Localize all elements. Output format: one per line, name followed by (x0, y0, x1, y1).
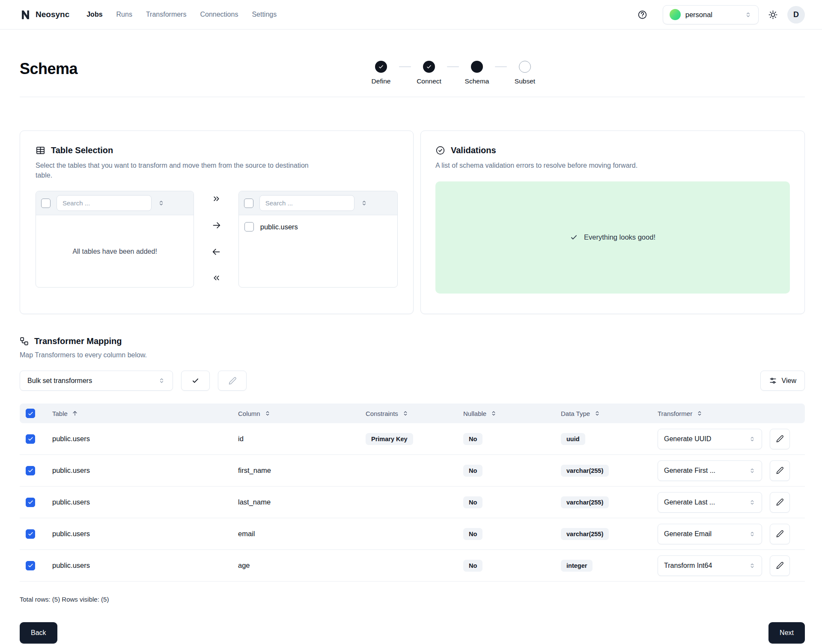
source-sort-icon[interactable] (158, 199, 165, 207)
source-select-all-checkbox[interactable] (41, 199, 51, 208)
stepper-step-subset[interactable]: Subset (507, 61, 543, 85)
destination-items: public.users (239, 215, 397, 238)
datatype-badge: varchar(255) (561, 465, 609, 477)
col-header-column: Column (238, 410, 260, 417)
cell-column: id (238, 435, 366, 443)
stepper-step-schema[interactable]: Schema (459, 61, 495, 85)
nav-item-connections[interactable]: Connections (200, 11, 238, 18)
transformer-select[interactable]: Transform Int64 (658, 555, 762, 576)
select-all-rows-checkbox[interactable] (26, 409, 35, 418)
row-checkbox[interactable] (26, 434, 35, 444)
sort-icon[interactable] (490, 410, 497, 417)
step-done-check-icon (375, 61, 387, 73)
constraint-badge: Primary Key (366, 433, 413, 445)
nullable-badge: No (463, 560, 482, 572)
cell-table: public.users (52, 561, 238, 570)
nav-item-runs[interactable]: Runs (116, 11, 132, 18)
user-avatar[interactable]: D (787, 6, 805, 24)
nullable-badge: No (463, 433, 482, 445)
transformer-select-label: Generate Last ... (664, 499, 715, 506)
bulk-set-transformers-select[interactable]: Bulk set transformers (20, 371, 173, 391)
nullable-badge: No (463, 496, 482, 508)
destination-search-input[interactable] (259, 195, 354, 211)
pencil-icon (776, 561, 784, 570)
success-message: Everything looks good! (584, 233, 655, 241)
move-left-icon[interactable] (210, 246, 223, 258)
step-done-check-icon (423, 61, 435, 73)
transformer-mapping-title: Transformer Mapping (34, 336, 122, 346)
view-button-label: View (782, 377, 796, 385)
destination-list-item[interactable]: public.users (239, 218, 397, 236)
next-button[interactable]: Next (768, 622, 805, 644)
cell-column: age (238, 561, 366, 570)
sort-icon[interactable] (594, 410, 601, 417)
account-selector[interactable]: personal (663, 5, 759, 24)
sort-asc-icon[interactable] (71, 410, 78, 417)
edit-transformer-button[interactable] (770, 524, 790, 544)
cell-table: public.users (52, 466, 238, 475)
main-content: Schema DefineConnectSchemaSubset Table S… (0, 60, 822, 644)
transformer-select[interactable]: Generate Last ... (658, 492, 762, 513)
stepper-connector (447, 66, 459, 67)
pencil-icon (776, 435, 784, 443)
sort-icon[interactable] (264, 410, 271, 417)
edit-transformer-button[interactable] (770, 460, 790, 481)
destination-sort-icon[interactable] (360, 199, 368, 207)
sort-icon[interactable] (696, 410, 703, 417)
apply-bulk-button[interactable] (181, 371, 210, 391)
move-all-left-icon[interactable] (210, 272, 223, 284)
nav-item-settings[interactable]: Settings (252, 11, 277, 18)
step-current-circle (471, 61, 483, 73)
theme-toggle-sun-icon[interactable] (768, 10, 778, 20)
validation-success-panel: Everything looks good! (435, 181, 790, 294)
table-selection-title: Table Selection (51, 145, 113, 155)
transformer-select-label: Transform Int64 (664, 562, 712, 570)
table-row: public.users age No integer Transform In… (20, 550, 805, 582)
stepper-connector (399, 66, 411, 67)
row-checkbox[interactable] (26, 466, 35, 475)
chevron-up-down-icon (745, 11, 752, 18)
table-header-row: Table Column Constraints Nullable Data T… (20, 404, 805, 423)
edit-transformer-button[interactable] (770, 555, 790, 576)
edit-transformer-button[interactable] (770, 429, 790, 449)
row-checkbox[interactable] (26, 529, 35, 539)
chevron-up-down-icon (749, 499, 756, 506)
cell-column: last_name (238, 498, 366, 506)
transformer-select[interactable]: Generate Email (658, 524, 762, 544)
stepper-step-connect[interactable]: Connect (411, 61, 447, 85)
move-arrows (194, 193, 238, 284)
transformer-select[interactable]: Generate First ... (658, 460, 762, 481)
stepper-step-define[interactable]: Define (363, 61, 399, 85)
sort-icon[interactable] (402, 410, 409, 417)
help-icon[interactable] (637, 10, 647, 20)
move-all-right-icon[interactable] (210, 193, 223, 205)
nav-item-jobs[interactable]: Jobs (86, 11, 102, 18)
transformer-select-label: Generate UUID (664, 435, 711, 443)
source-search-input[interactable] (57, 195, 152, 211)
datatype-badge: varchar(255) (561, 528, 609, 540)
cell-table: public.users (52, 435, 238, 443)
edit-bulk-button[interactable] (218, 371, 247, 391)
back-button[interactable]: Back (20, 622, 57, 644)
destination-select-all-checkbox[interactable] (244, 199, 253, 208)
validations-card: Validations A list of schema validation … (420, 131, 805, 314)
stepper: DefineConnectSchemaSubset (363, 61, 543, 85)
col-header-datatype: Data Type (561, 410, 590, 417)
transformer-select[interactable]: Generate UUID (658, 429, 762, 449)
view-button[interactable]: View (760, 371, 805, 391)
move-right-icon[interactable] (210, 219, 223, 231)
source-table-list: All tables have been added! (36, 191, 194, 288)
item-label: public.users (260, 223, 298, 231)
pencil-icon (776, 466, 784, 475)
row-checkbox[interactable] (26, 561, 35, 570)
neosync-logo-icon (20, 9, 31, 21)
brand[interactable]: Neosync (20, 9, 69, 21)
item-checkbox[interactable] (244, 222, 254, 231)
table-row: public.users id Primary Key No uuid Gene… (20, 423, 805, 455)
row-checkbox[interactable] (26, 498, 35, 507)
table-row: public.users email No varchar(255) Gener… (20, 518, 805, 550)
edit-transformer-button[interactable] (770, 492, 790, 513)
nav-item-transformers[interactable]: Transformers (146, 11, 187, 18)
rows-summary: Total rows: (5) Rows visible: (5) (20, 596, 805, 603)
sliders-icon (769, 377, 777, 385)
